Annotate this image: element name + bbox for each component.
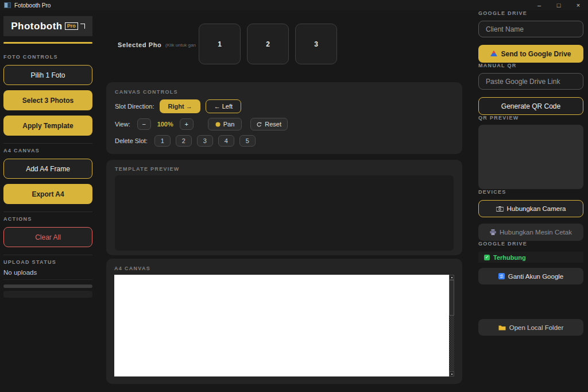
a4-canvas-surface[interactable] [114, 275, 449, 376]
section-title-actions: ACTIONS [3, 212, 92, 222]
photo-slot-2[interactable]: 2 [247, 24, 289, 64]
export-a4-button[interactable]: Export A4 [3, 184, 92, 204]
connect-camera-button[interactable]: Hubungkan Camera [478, 200, 583, 217]
app-logo: Photoboth Pro [3, 16, 92, 36]
zoom-in-button[interactable]: + [180, 118, 194, 130]
delete-slot-4-button[interactable]: 4 [218, 135, 234, 147]
delete-slot-row: Delete Slot: 1 2 3 4 5 [115, 135, 454, 147]
apply-template-button[interactable]: Apply Template [3, 116, 92, 136]
drive-link-input[interactable] [478, 73, 583, 90]
google-drive-icon [490, 51, 497, 57]
reset-view-button[interactable]: Reset [250, 118, 288, 130]
client-name-input[interactable] [478, 21, 583, 37]
scroll-down-button[interactable] [449, 371, 454, 376]
section-title-manual-qr: MANUAL QR [478, 63, 583, 68]
connect-camera-label: Hubungkan Camera [507, 205, 566, 212]
generate-qr-code-button[interactable]: Generate QR Code [478, 97, 583, 115]
delete-slot-2-button[interactable]: 2 [176, 135, 192, 147]
add-a4-frame-button[interactable]: Add A4 Frame [3, 159, 92, 179]
switch-account-label: Ganti Akun Google [508, 273, 564, 280]
upload-log-area [3, 291, 92, 298]
select-3-photos-button[interactable]: Select 3 Photos [3, 90, 92, 110]
reset-button-label: Reset [265, 121, 281, 128]
reset-arrow-icon [257, 122, 262, 127]
logo-bracket-shape [80, 24, 85, 29]
upload-status-text: No uploads [3, 269, 92, 280]
app-window: Fotobooth Pro – □ × Photoboth Pro FOTO C… [0, 0, 588, 392]
pan-button-label: Pan [223, 121, 235, 128]
qr-preview-area [478, 125, 583, 189]
slot-direction-row: Slot Direction: Right → ← Left [115, 99, 454, 113]
switch-account-icon [498, 273, 505, 279]
upload-progress-bar [3, 285, 92, 288]
right-sidebar: GOOGLE DRIVE Send to Google Drive MANUAL… [478, 10, 583, 336]
zoom-level-value: 100% [154, 121, 176, 128]
close-button[interactable]: × [568, 0, 588, 10]
selected-photos-header: Selected Pho (Klik untuk gan 1 2 3 [106, 24, 462, 64]
section-title-google-drive-2: GOOGLE DRIVE [478, 241, 583, 247]
section-title-a4-canvas: A4 CANVAS [3, 143, 92, 153]
connected-status-label: Terhubung [493, 254, 526, 261]
switch-google-account-button[interactable]: Ganti Akun Google [478, 268, 583, 285]
logo-brand-text: Photoboth [11, 21, 62, 32]
drive-connection-status: ✓ Terhubung [478, 252, 583, 263]
zoom-out-button[interactable]: − [137, 118, 151, 130]
slot-direction-label: Slot Direction: [115, 103, 154, 110]
section-title-google-drive: GOOGLE DRIVE [478, 10, 583, 16]
connect-printer-button[interactable]: Hubungkan Mesin Cetak [478, 224, 583, 241]
scrollbar-thumb[interactable] [449, 280, 454, 316]
scroll-up-arrow-icon [451, 277, 452, 278]
section-title-foto-controls: FOTO CONTROLS [3, 54, 92, 60]
scroll-up-button[interactable] [449, 275, 454, 280]
open-local-folder-label: Open Local Folder [509, 324, 564, 331]
template-preview-title: TEMPLATE PREVIEW [115, 166, 454, 172]
open-local-folder-button[interactable]: Open Local Folder [478, 319, 583, 336]
connected-check-icon: ✓ [484, 255, 490, 260]
folder-icon [498, 325, 506, 330]
canvas-controls-title: CANVAS CONTROLS [115, 89, 454, 95]
pilih-1-foto-button[interactable]: Pilih 1 Foto [3, 65, 92, 85]
maximize-button[interactable]: □ [549, 0, 568, 10]
selected-photos-hint: (Klik untuk gan [165, 43, 196, 48]
section-title-devices: DEVICES [478, 189, 583, 195]
left-sidebar: Photoboth Pro FOTO CONTROLS Pilih 1 Foto… [3, 10, 92, 298]
selected-photos-label: Selected Pho [118, 41, 161, 48]
delete-slot-1-button[interactable]: 1 [154, 135, 171, 147]
section-title-upload-status: UPLOAD STATUS [3, 255, 92, 265]
logo-pro-badge: Pro [65, 22, 78, 30]
pan-hand-icon [215, 122, 220, 127]
photo-slots-row: 1 2 3 [199, 24, 337, 64]
connect-printer-label: Hubungkan Mesin Cetak [500, 229, 572, 236]
view-label: View: [115, 121, 130, 128]
a4-canvas-title: A4 CANVAS [114, 266, 454, 271]
delete-slot-5-button[interactable]: 5 [239, 135, 256, 147]
gold-divider [3, 42, 92, 44]
a4-canvas-wrap [114, 275, 454, 376]
template-preview-panel: TEMPLATE PREVIEW [106, 160, 462, 255]
scroll-down-arrow-icon [451, 374, 452, 375]
clear-all-button[interactable]: Clear All [3, 227, 92, 247]
camera-icon [496, 206, 504, 212]
canvas-controls-panel: CANVAS CONTROLS Slot Direction: Right → … [106, 82, 462, 154]
delete-slot-label: Delete Slot: [115, 137, 148, 144]
vertical-scrollbar[interactable] [449, 275, 454, 376]
window-title: Fotobooth Pro [14, 2, 529, 9]
photo-slot-1[interactable]: 1 [199, 24, 241, 64]
printer-icon [490, 229, 496, 235]
minimize-button[interactable]: – [529, 0, 549, 10]
send-to-google-drive-button[interactable]: Send to Google Drive [478, 45, 583, 63]
template-preview-area [115, 175, 454, 251]
delete-slot-3-button[interactable]: 3 [197, 135, 213, 147]
direction-left-button[interactable]: ← Left [206, 99, 241, 113]
send-to-google-drive-label: Send to Google Drive [501, 50, 571, 58]
photo-slot-3[interactable]: 3 [295, 24, 337, 64]
titlebar: Fotobooth Pro – □ × [0, 0, 588, 10]
app-icon [4, 2, 11, 8]
view-row: View: − 100% + Pan Reset [115, 118, 454, 130]
pan-button[interactable]: Pan [208, 118, 242, 130]
scrollbar-track[interactable] [449, 316, 454, 371]
a4-canvas-panel: A4 CANVAS [106, 259, 462, 384]
section-title-qr-preview: QR PREVIEW [478, 115, 583, 121]
direction-right-button[interactable]: Right → [160, 99, 200, 113]
